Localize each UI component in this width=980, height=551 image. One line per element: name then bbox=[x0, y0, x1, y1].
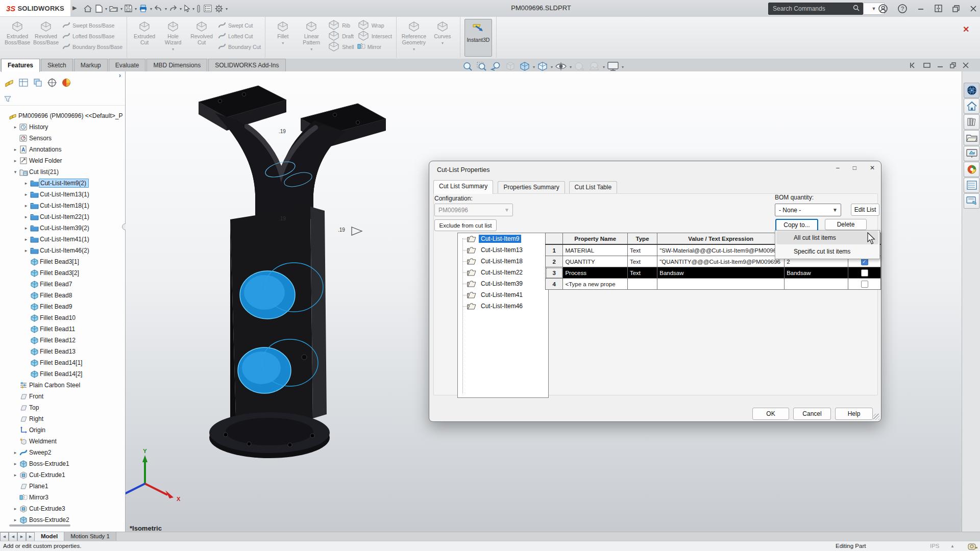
undo-icon[interactable] bbox=[153, 2, 164, 15]
cell-checkbox[interactable] bbox=[848, 267, 881, 279]
chevron-down-icon[interactable]: ▾ bbox=[165, 7, 167, 11]
expand-arrow-icon[interactable]: ▸ bbox=[12, 450, 19, 455]
restore-doc-icon[interactable] bbox=[950, 62, 956, 70]
tile-window-icon[interactable] bbox=[933, 2, 944, 15]
expand-arrow-icon[interactable]: ▸ bbox=[22, 226, 30, 231]
save-icon[interactable] bbox=[123, 2, 134, 15]
menu-item-all-cut-list-items[interactable]: All cut list items bbox=[776, 231, 878, 244]
exclude-from-cut-list-button[interactable]: Exclude from cut list bbox=[434, 219, 497, 231]
tree-item-boss-extrude2[interactable]: ▸Boss-Extrude2 bbox=[0, 514, 125, 525]
options-gear-icon[interactable] bbox=[213, 2, 225, 15]
chevron-down-icon[interactable]: ▾ bbox=[192, 7, 194, 11]
tree-item-right[interactable]: Right bbox=[0, 413, 125, 424]
chevron-down-icon[interactable]: ▾ bbox=[413, 47, 415, 52]
dialog-tab-properties-summary[interactable]: Properties Summary bbox=[498, 181, 565, 193]
boundary-boss-base-button[interactable]: Boundary Boss/Base bbox=[62, 41, 122, 52]
cancel-button[interactable]: Cancel bbox=[793, 408, 831, 420]
swept-cut-button[interactable]: Swept Cut bbox=[218, 20, 261, 31]
tree-item-cut-list-item22-1-[interactable]: ▸Cut-List-Item22(1) bbox=[0, 211, 125, 222]
expand-arrow-icon[interactable]: ▸ bbox=[12, 147, 19, 152]
tab-features[interactable]: Features bbox=[1, 59, 40, 72]
tree-item-cut-list-item41-1-[interactable]: ▸Cut-List-Item41(1) bbox=[0, 234, 125, 245]
tree-item-fillet-bead11[interactable]: Fillet Bead11 bbox=[0, 323, 125, 335]
expand-arrow-icon[interactable]: ▸ bbox=[12, 158, 19, 163]
tree-item-cut-list-item13-1-[interactable]: ▸Cut-List-Item13(1) bbox=[0, 189, 125, 200]
tree-item-sensors[interactable]: Sensors bbox=[0, 133, 125, 144]
swept-boss-base-button[interactable]: Swept Boss/Base bbox=[62, 20, 122, 31]
tree-item-history[interactable]: ▸History bbox=[0, 121, 125, 133]
edit-list-button[interactable]: Edit List bbox=[851, 204, 879, 216]
expand-arrow-icon[interactable]: ▾ bbox=[12, 169, 19, 174]
tree-item-cut-list-item39-2-[interactable]: ▸Cut-List-Item39(2) bbox=[0, 222, 125, 234]
expand-arrow-icon[interactable]: ▸ bbox=[12, 472, 19, 478]
expand-arrow-icon[interactable]: ▸ bbox=[12, 506, 19, 511]
tab-solidworks-add-ins[interactable]: SOLIDWORKS Add-Ins bbox=[208, 59, 285, 71]
wrap-button[interactable]: Wrap bbox=[357, 20, 392, 31]
sw-resources-home-icon[interactable] bbox=[964, 98, 979, 114]
chevron-down-icon[interactable]: ▾ bbox=[135, 7, 137, 11]
fillet-button[interactable]: Fillet▾ bbox=[270, 19, 296, 45]
expand-arrow-icon[interactable]: ▸ bbox=[12, 517, 19, 522]
row-number-cell[interactable]: 3 bbox=[546, 267, 563, 279]
units-label[interactable]: IPS bbox=[930, 543, 940, 549]
redo-icon[interactable] bbox=[167, 2, 179, 15]
cut-list-tree-item[interactable]: Cut-List-Item18 bbox=[458, 256, 548, 267]
chevron-down-icon[interactable]: ▾ bbox=[551, 65, 553, 69]
chevron-down-icon[interactable]: ▾ bbox=[282, 41, 284, 45]
cell-name[interactable]: MATERIAL bbox=[563, 244, 627, 256]
panel-scrollbar[interactable] bbox=[9, 524, 70, 527]
expand-arrow-icon[interactable]: ▸ bbox=[22, 192, 30, 197]
zoom-area-icon[interactable] bbox=[475, 60, 488, 72]
menu-item-specific-cut-list-items[interactable]: Specific cut list items bbox=[776, 245, 878, 258]
zoom-fit-icon[interactable] bbox=[461, 60, 474, 72]
threedexperience-icon[interactable] bbox=[964, 83, 979, 98]
close-doc-icon[interactable] bbox=[963, 62, 969, 70]
tree-item-plain-carbon-steel[interactable]: Plain Carbon Steel bbox=[0, 380, 125, 391]
chevron-down-icon[interactable]: ▾ bbox=[180, 7, 182, 11]
tree-item-sweep2[interactable]: ▸Sweep2 bbox=[0, 447, 125, 458]
lofted-boss-base-button[interactable]: Lofted Boss/Base bbox=[62, 31, 122, 41]
cell-type[interactable]: Text bbox=[627, 244, 657, 256]
undock-icon[interactable] bbox=[923, 62, 930, 70]
tab-markup[interactable]: Markup bbox=[74, 59, 108, 71]
cell-value[interactable]: "QUANTITY@@@Cut-List-Item9@PM009696 bbox=[657, 256, 785, 267]
tree-item-fillet-bead13[interactable]: Fillet Bead13 bbox=[0, 346, 125, 357]
filter-funnel-icon[interactable] bbox=[4, 95, 11, 103]
tape-measure-icon[interactable] bbox=[968, 543, 978, 550]
collapse-ribbon-icon[interactable] bbox=[910, 62, 917, 70]
cut-list-tree-item[interactable]: Cut-List-Item39 bbox=[458, 278, 548, 289]
extruded-boss-base-button[interactable]: ExtrudedBoss/Base bbox=[4, 19, 31, 45]
tree-item-fillet-bead9[interactable]: Fillet Bead9 bbox=[0, 301, 125, 312]
tree-item-weld-folder[interactable]: ▸Weld Folder bbox=[0, 155, 125, 166]
row-checkbox[interactable] bbox=[861, 281, 868, 288]
cell-value[interactable]: "SW-Material@@@Cut-List-Item9@PM0096 bbox=[657, 244, 785, 256]
custom-properties-icon[interactable] bbox=[964, 178, 979, 193]
tree-item-front[interactable]: Front bbox=[0, 391, 125, 402]
expand-arrow-icon[interactable]: ▸ bbox=[22, 248, 30, 253]
expand-arrow-icon[interactable]: ▸ bbox=[22, 203, 30, 208]
cell-type[interactable]: Text bbox=[627, 256, 657, 267]
chevron-down-icon[interactable]: ▾ bbox=[226, 7, 228, 11]
bom-quantity-combo[interactable]: - None - ▼ bbox=[775, 204, 841, 216]
display-style-icon[interactable] bbox=[536, 60, 549, 72]
copy-to-button[interactable]: Copy to... bbox=[775, 219, 818, 231]
menu-expand-icon[interactable]: ▶ bbox=[72, 5, 77, 11]
view-settings-icon[interactable] bbox=[606, 60, 620, 72]
curves-button[interactable]: Curves▾ bbox=[429, 19, 456, 45]
tree-item-cut-list-item46-2-[interactable]: ▸Cut-List-Item46(2) bbox=[0, 245, 125, 256]
tree-item-mirror3[interactable]: Mirror3 bbox=[0, 492, 125, 503]
revolved-boss-base-button[interactable]: RevolvedBoss/Base bbox=[33, 19, 59, 45]
close-command-icon[interactable]: ✕ bbox=[963, 24, 969, 34]
forum-icon[interactable] bbox=[964, 193, 979, 209]
open-icon[interactable] bbox=[108, 2, 119, 15]
chevron-down-icon[interactable]: ▾ bbox=[150, 7, 152, 11]
rib-button[interactable]: Rib bbox=[328, 20, 354, 31]
shell-button[interactable]: Shell bbox=[328, 41, 354, 52]
dimxpert-icon[interactable] bbox=[47, 78, 57, 89]
extruded-cut-button[interactable]: ExtrudedCut bbox=[131, 19, 158, 45]
reference-geometry-button[interactable]: ReferenceGeometry▾ bbox=[401, 19, 427, 52]
print-icon[interactable] bbox=[137, 2, 149, 15]
tree-item-cut-list-21-[interactable]: ▾Cut list(21) bbox=[0, 166, 125, 178]
mirror-button[interactable]: Mirror bbox=[357, 41, 392, 52]
chevron-down-icon[interactable]: ▾ bbox=[570, 65, 572, 69]
